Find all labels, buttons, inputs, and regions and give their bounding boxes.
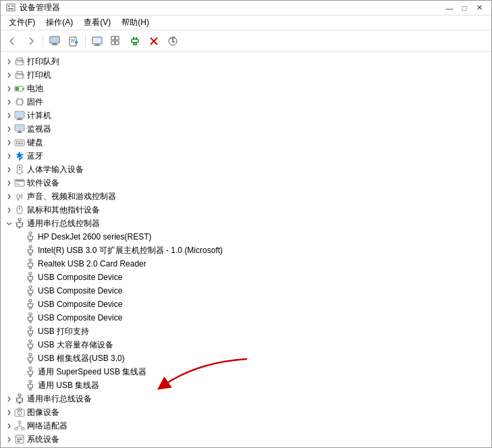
menu-bar: 文件(F) 操作(A) 查看(V) 帮助(H) bbox=[1, 16, 491, 30]
svg-rect-5 bbox=[51, 37, 59, 43]
menu-view[interactable]: 查看(V) bbox=[78, 16, 116, 30]
remove-btn[interactable] bbox=[145, 32, 163, 50]
tree-item-realtek[interactable]: Realtek USB 2.0 Card Reader bbox=[1, 257, 491, 271]
menu-file[interactable]: 文件(F) bbox=[3, 16, 40, 30]
expand-icon[interactable] bbox=[3, 56, 14, 67]
expand-icon bbox=[14, 380, 25, 391]
svg-rect-68 bbox=[22, 141, 23, 142]
expand-icon[interactable] bbox=[3, 150, 14, 161]
expand-icon[interactable] bbox=[3, 110, 14, 121]
svg-rect-11 bbox=[71, 42, 74, 43]
tree-item-usb-controllers[interactable]: 通用串行总线控制器 bbox=[1, 217, 491, 230]
expand-icon[interactable] bbox=[3, 218, 14, 229]
device-icon-usb-device bbox=[25, 326, 36, 337]
svg-point-168 bbox=[19, 412, 21, 414]
svg-rect-74 bbox=[16, 180, 24, 181]
svg-point-90 bbox=[30, 240, 32, 242]
expand-icon[interactable] bbox=[3, 407, 14, 418]
svg-rect-55 bbox=[18, 118, 22, 119]
update-btn[interactable] bbox=[164, 32, 182, 50]
device-manager-icon-btn[interactable] bbox=[46, 32, 63, 50]
expand-icon[interactable] bbox=[3, 191, 14, 202]
grid-btn[interactable] bbox=[107, 32, 125, 50]
tree-item-firmware[interactable]: 固件 bbox=[1, 95, 491, 109]
svg-rect-66 bbox=[18, 143, 21, 144]
tree-item-usb-composite-2[interactable]: USB Composite Device bbox=[1, 284, 491, 298]
tree-item-usb-composite-1[interactable]: USB Composite Device bbox=[1, 271, 491, 284]
tree-item-printer[interactable]: 打印机 bbox=[1, 68, 491, 82]
tree-item-usb-composite-4[interactable]: USB Composite Device bbox=[1, 311, 491, 325]
svg-point-34 bbox=[22, 61, 23, 62]
expand-icon bbox=[14, 231, 25, 242]
menu-action[interactable]: 操作(A) bbox=[40, 16, 78, 30]
svg-rect-10 bbox=[71, 40, 75, 41]
item-label: USB 大容量存储设备 bbox=[38, 339, 113, 351]
forward-button[interactable] bbox=[22, 32, 40, 50]
tree-item-print-queue[interactable]: 打印队列 bbox=[1, 55, 491, 68]
minimize-button[interactable]: — bbox=[443, 3, 456, 13]
tree-item-hid[interactable]: 人体学输入设备 bbox=[1, 163, 491, 176]
tree-item-generic-superspeed[interactable]: 通用 SuperSpeed USB 集线器 bbox=[1, 365, 491, 379]
close-button[interactable]: ✕ bbox=[472, 3, 486, 13]
expand-icon[interactable] bbox=[3, 83, 14, 94]
tree-item-software-devices[interactable]: 软件设备 bbox=[1, 176, 491, 190]
item-label: 打印队列 bbox=[27, 56, 59, 67]
svg-rect-67 bbox=[22, 143, 23, 144]
tree-item-bluetooth[interactable]: 蓝牙 bbox=[1, 149, 491, 163]
expand-icon[interactable] bbox=[3, 420, 14, 431]
expand-icon[interactable] bbox=[3, 434, 14, 445]
back-button[interactable] bbox=[3, 32, 21, 50]
tree-item-imaging[interactable]: 图像设备 bbox=[1, 405, 491, 419]
svg-rect-37 bbox=[17, 76, 22, 78]
svg-rect-112 bbox=[29, 286, 32, 288]
expand-icon[interactable] bbox=[3, 164, 14, 175]
properties-btn[interactable]: ? bbox=[65, 32, 82, 50]
tree-item-audio-video[interactable]: 声音、视频和游戏控制器 bbox=[1, 190, 491, 203]
tree-item-usb-mass-storage[interactable]: USB 大容量存储设备 bbox=[1, 338, 491, 352]
svg-point-162 bbox=[19, 403, 20, 404]
svg-line-174 bbox=[20, 426, 23, 428]
tree-item-generic-usb-hub[interactable]: 通用 USB 集线器 bbox=[1, 379, 491, 392]
expand-icon[interactable] bbox=[3, 177, 14, 188]
tree-item-battery[interactable]: 电池 bbox=[1, 82, 491, 95]
device-icon-system bbox=[14, 434, 25, 445]
maximize-button[interactable]: □ bbox=[458, 3, 471, 13]
svg-rect-18 bbox=[111, 36, 115, 40]
device-manager-window: 设备管理器 — □ ✕ 文件(F) 操作(A) 查看(V) 帮助(H) bbox=[0, 0, 492, 448]
svg-point-102 bbox=[30, 267, 32, 269]
tree-item-system-devices[interactable]: 系统设备 bbox=[1, 432, 491, 446]
item-label: 图像设备 bbox=[27, 407, 59, 418]
item-label: 通用串行总线设备 bbox=[27, 393, 92, 405]
svg-rect-154 bbox=[29, 381, 32, 383]
svg-rect-56 bbox=[16, 119, 23, 120]
device-icon-usb-device bbox=[25, 285, 36, 296]
tree-item-network-adapters[interactable]: 网络适配器 bbox=[1, 419, 491, 432]
tree-item-keyboard[interactable]: 键盘 bbox=[1, 136, 491, 149]
tree-item-intel-usb3[interactable]: Intel(R) USB 3.0 可扩展主机控制器 - 1.0 (Microso… bbox=[1, 244, 491, 257]
item-label: USB Composite Device bbox=[38, 313, 122, 323]
expand-icon[interactable] bbox=[3, 204, 14, 215]
tree-item-usb-hub-30[interactable]: USB 根集线器(USB 3.0) bbox=[1, 352, 491, 365]
menu-help[interactable]: 帮助(H) bbox=[116, 16, 155, 30]
tree-item-usb-composite-3[interactable]: USB Composite Device bbox=[1, 298, 491, 311]
tree-item-usb-print[interactable]: USB 打印支持 bbox=[1, 325, 491, 338]
expand-icon[interactable] bbox=[3, 137, 14, 148]
item-label: Intel(R) USB 3.0 可扩展主机控制器 - 1.0 (Microso… bbox=[38, 245, 223, 256]
expand-icon[interactable] bbox=[3, 123, 14, 134]
tree-item-hp-deskjet[interactable]: HP DeskJet 2600 series(REST) bbox=[1, 230, 491, 244]
svg-rect-60 bbox=[17, 132, 22, 133]
tree-item-computer[interactable]: 计算机 bbox=[1, 109, 491, 122]
screen-btn[interactable] bbox=[88, 32, 106, 50]
item-label: 声音、视频和游戏控制器 bbox=[27, 191, 116, 202]
tree-item-mice[interactable]: 鼠标和其他指针设备 bbox=[1, 203, 491, 217]
svg-point-150 bbox=[30, 375, 32, 377]
expand-icon[interactable] bbox=[3, 69, 14, 80]
device-icon-usb-device bbox=[25, 366, 36, 377]
tree-item-monitor[interactable]: 监视器 bbox=[1, 122, 491, 136]
svg-rect-42 bbox=[17, 99, 22, 105]
expand-icon[interactable] bbox=[3, 393, 14, 404]
title-bar: 设备管理器 — □ ✕ bbox=[1, 1, 491, 16]
green-plug-btn[interactable] bbox=[126, 32, 144, 50]
expand-icon[interactable] bbox=[3, 96, 14, 107]
tree-item-serial-bus-controllers[interactable]: 通用串行总线设备 bbox=[1, 392, 491, 405]
